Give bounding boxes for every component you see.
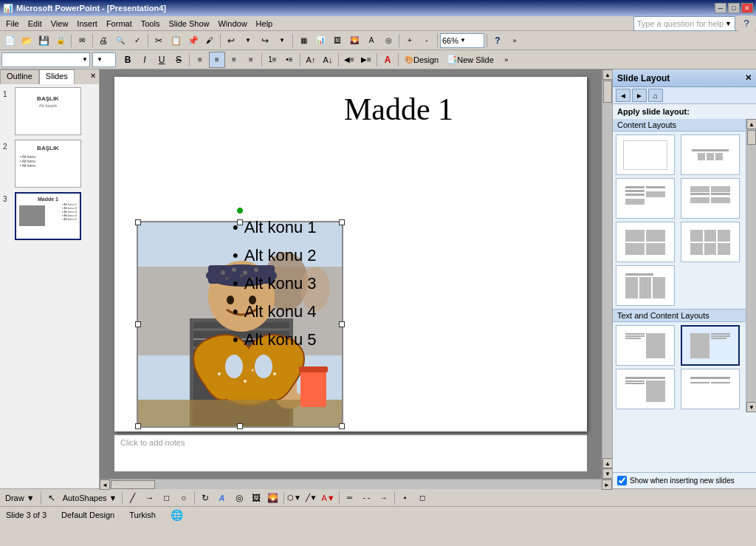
underline-button[interactable]: U bbox=[154, 52, 170, 68]
indent-less-button[interactable]: ◀≡ bbox=[341, 52, 357, 68]
cut-button[interactable]: ✂ bbox=[151, 33, 167, 49]
open-button[interactable]: 📂 bbox=[18, 33, 35, 49]
align-right-button[interactable]: ≡ bbox=[226, 52, 242, 68]
rp-home-button[interactable]: ⌂ bbox=[648, 89, 663, 102]
font-size-arrow[interactable]: ▼ bbox=[97, 56, 103, 63]
redo-dropdown[interactable]: ▼ bbox=[274, 33, 290, 49]
select-button[interactable]: ↖ bbox=[44, 490, 60, 506]
menu-insert[interactable]: Insert bbox=[72, 18, 102, 30]
vscroll-up[interactable]: ▲ bbox=[602, 69, 613, 80]
expand-toolbar-button[interactable]: » bbox=[506, 33, 523, 49]
zoom-dropdown[interactable]: 66% ▼ bbox=[440, 33, 484, 48]
slide-thumb-2[interactable]: 2 BAŞLIK • Alt konu • Alt konu • Alt kon… bbox=[3, 140, 96, 188]
3d-button[interactable]: ◻ bbox=[414, 490, 430, 506]
new-button[interactable]: 📄 bbox=[1, 33, 18, 49]
zoom-arrow[interactable]: ▼ bbox=[460, 37, 466, 44]
hscroll-thumb[interactable] bbox=[111, 480, 155, 489]
format-painter-button[interactable]: 🖌 bbox=[202, 33, 218, 49]
rp-vscroll-up[interactable]: ▲ bbox=[746, 119, 756, 129]
strikethrough-button[interactable]: S bbox=[171, 52, 187, 68]
insert-chart-button[interactable]: 📊 bbox=[312, 33, 329, 49]
numbering-button[interactable]: 1≡ bbox=[264, 52, 281, 68]
wordart-draw-button[interactable]: A bbox=[214, 490, 230, 506]
bullets-button[interactable]: •≡ bbox=[281, 52, 298, 68]
show-inserting-checkbox[interactable] bbox=[617, 476, 627, 485]
minimize-button[interactable]: ─ bbox=[715, 3, 726, 13]
dash-style-button[interactable]: - - bbox=[359, 490, 375, 506]
increase-font-button[interactable]: A↑ bbox=[303, 52, 319, 68]
handle-tl[interactable] bbox=[135, 219, 141, 225]
line-button[interactable]: ╱ bbox=[125, 490, 141, 506]
menu-file[interactable]: File bbox=[1, 18, 24, 30]
clipart-draw-button[interactable]: 🖼 bbox=[248, 490, 264, 506]
tc-layout-1[interactable] bbox=[616, 325, 675, 366]
tc-layout-3[interactable] bbox=[616, 369, 675, 409]
rect-button[interactable]: □ bbox=[159, 490, 175, 506]
layout-6[interactable] bbox=[681, 222, 740, 262]
menu-format[interactable]: Format bbox=[102, 18, 137, 30]
font-name-dropdown[interactable]: ▼ bbox=[1, 52, 90, 67]
menu-help[interactable]: Help bbox=[252, 18, 278, 30]
indent-more-button[interactable]: ▶≡ bbox=[358, 52, 374, 68]
align-center-button[interactable]: ≡ bbox=[209, 52, 225, 68]
show-inserting-checkbox-area[interactable]: Show when inserting new slides bbox=[613, 472, 756, 488]
permission-button[interactable]: 🔒 bbox=[52, 33, 69, 49]
notes-placeholder[interactable]: Click to add notes bbox=[120, 438, 185, 447]
vscroll-down2[interactable]: ▼ bbox=[602, 468, 613, 479]
rp-back-button[interactable]: ◄ bbox=[616, 89, 630, 102]
slide-img-1[interactable]: BAŞLIK Alt başlık bbox=[15, 87, 81, 135]
rp-vscroll-down[interactable]: ▼ bbox=[746, 402, 756, 412]
handle-bc[interactable] bbox=[237, 423, 243, 429]
diagram-draw-button[interactable]: ◎ bbox=[231, 490, 247, 506]
preview-button[interactable]: 🔍 bbox=[112, 33, 128, 49]
help-button[interactable]: ? bbox=[738, 16, 755, 32]
tab-slides[interactable]: Slides bbox=[39, 69, 75, 84]
help-search-box[interactable]: Type a question for help ▼ bbox=[633, 16, 735, 31]
save-button[interactable]: 💾 bbox=[35, 33, 52, 49]
toolbar-expand[interactable]: » bbox=[498, 52, 515, 68]
help-search-arrow[interactable]: ▼ bbox=[725, 20, 732, 27]
handle-ml[interactable] bbox=[135, 321, 141, 327]
line-color-button[interactable]: ╱▼ bbox=[303, 490, 320, 506]
paste-button[interactable]: 📌 bbox=[185, 33, 201, 49]
hscroll-right[interactable]: ► bbox=[602, 480, 612, 490]
redo-button[interactable]: ↪ bbox=[257, 33, 273, 49]
tab-outline[interactable]: Outline bbox=[0, 69, 39, 84]
oval-button[interactable]: ○ bbox=[176, 490, 192, 506]
layout-blank[interactable] bbox=[616, 134, 675, 175]
help-icon-button[interactable]: ? bbox=[489, 33, 506, 49]
italic-button[interactable]: I bbox=[137, 52, 153, 68]
notes-area[interactable]: Click to add notes bbox=[114, 434, 587, 471]
fill-color-button[interactable]: ⬡▼ bbox=[286, 490, 303, 506]
vscroll-thumb[interactable] bbox=[603, 81, 612, 103]
new-slide-button[interactable]: 📑 New Slide bbox=[443, 52, 498, 68]
slide-content-area[interactable]: • Alt konu 1 • Alt konu 2 • Alt konu 3 bbox=[233, 151, 572, 417]
right-panel-close-button[interactable]: ✕ bbox=[745, 73, 752, 83]
vscroll-down1[interactable]: ▲ bbox=[602, 458, 613, 468]
font-name-arrow[interactable]: ▼ bbox=[82, 56, 88, 63]
design-button[interactable]: 🎨 Design bbox=[401, 52, 442, 68]
maximize-button[interactable]: □ bbox=[728, 3, 740, 13]
picture-draw-button[interactable]: 🌄 bbox=[265, 490, 281, 506]
insert-clipart-button[interactable]: 🖼 bbox=[329, 33, 346, 49]
layout-4[interactable] bbox=[681, 178, 740, 219]
help-search-input[interactable]: Type a question for help bbox=[637, 19, 724, 28]
autoshapes-button[interactable]: AutoShapes ▼ bbox=[61, 490, 120, 506]
canvas-area[interactable]: Madde 1 bbox=[100, 69, 602, 479]
rp-forward-button[interactable]: ► bbox=[632, 89, 647, 102]
collapse-button[interactable]: - bbox=[419, 33, 435, 49]
layout-content[interactable] bbox=[681, 134, 740, 175]
menu-view[interactable]: View bbox=[47, 18, 73, 30]
insert-diagram-button[interactable]: ◎ bbox=[380, 33, 396, 49]
undo-button[interactable]: ↩ bbox=[223, 33, 239, 49]
menu-slideshow[interactable]: Slide Show bbox=[164, 18, 213, 30]
decrease-font-button[interactable]: A↓ bbox=[320, 52, 336, 68]
layout-7[interactable] bbox=[616, 265, 675, 306]
bold-button[interactable]: B bbox=[120, 52, 136, 68]
menu-tools[interactable]: Tools bbox=[137, 18, 165, 30]
rp-vscroll-thumb[interactable] bbox=[747, 130, 756, 145]
close-button[interactable]: ✕ bbox=[741, 3, 753, 13]
undo-dropdown[interactable]: ▼ bbox=[240, 33, 256, 49]
handle-br[interactable] bbox=[339, 423, 345, 429]
insert-table-button[interactable]: ▦ bbox=[295, 33, 312, 49]
